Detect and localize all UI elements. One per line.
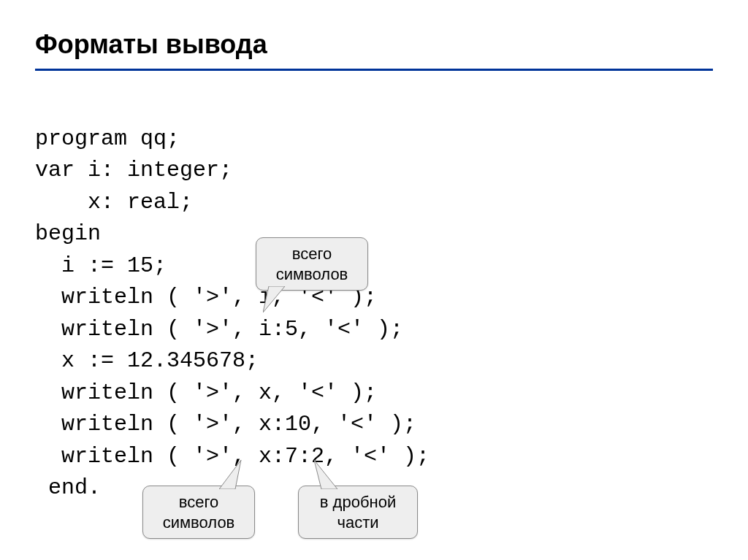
svg-marker-0: [263, 286, 285, 312]
callout-text: символов: [155, 513, 243, 533]
code-line: writeln ( '>', i:5, '<' );: [35, 317, 403, 342]
callout-text: всего: [268, 244, 356, 264]
code-line: writeln ( '>', x:10, '<' );: [35, 412, 416, 437]
callout-total-chars-bottom: всего символов: [142, 486, 255, 539]
code-line: writeln ( '>', x, '<' );: [35, 380, 377, 405]
callout-fraction-part: в дробной части: [298, 486, 418, 539]
code-line: end.: [35, 475, 101, 500]
callout-total-chars-top: всего символов: [256, 237, 368, 291]
code-line: var i: integer;: [35, 158, 232, 183]
code-block: program qq; var i: integer; x: real; beg…: [35, 91, 713, 536]
code-line: i := 15;: [35, 253, 167, 278]
callout-text: всего: [155, 492, 243, 513]
code-line: x := 12.345678;: [35, 348, 259, 373]
callout-tail-icon: [263, 286, 292, 312]
callout-text: символов: [268, 264, 356, 285]
svg-marker-1: [219, 460, 241, 489]
code-line: begin: [35, 221, 101, 246]
code-line: program qq;: [35, 126, 180, 151]
page-title: Форматы вывода: [35, 29, 713, 71]
callout-text: в дробной: [310, 492, 405, 513]
callout-tail-icon: [314, 460, 343, 489]
code-line: x: real;: [35, 190, 193, 215]
slide: Форматы вывода program qq; var i: intege…: [0, 0, 748, 560]
svg-marker-2: [314, 460, 337, 489]
callout-text: части: [310, 513, 405, 533]
callout-tail-icon: [219, 460, 248, 489]
